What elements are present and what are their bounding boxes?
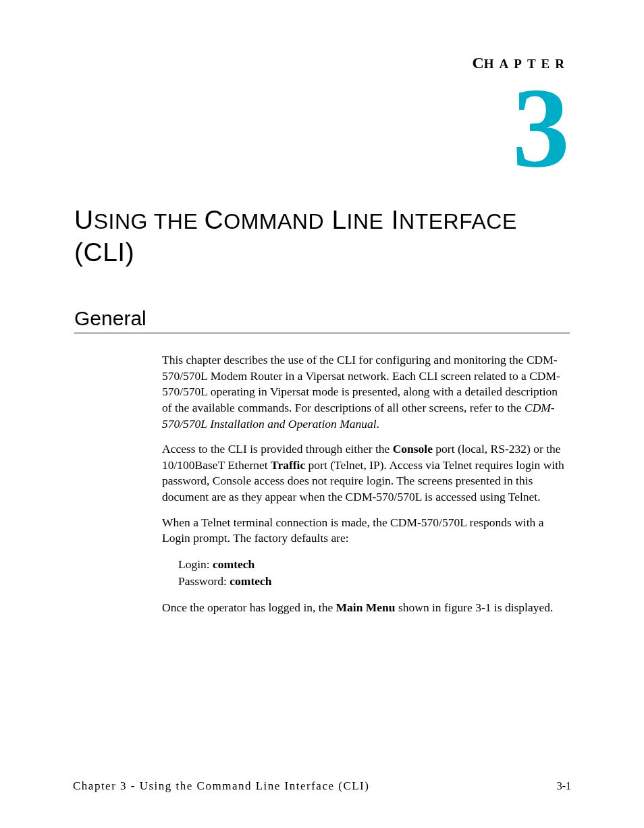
- credentials-block: Login: comtech Password: comtech: [178, 556, 570, 590]
- login-value: comtech: [213, 557, 254, 571]
- title-word-line: LINE: [324, 205, 383, 234]
- paragraph-4: Once the operator has logged in, the Mai…: [162, 600, 570, 616]
- body-content: This chapter describes the use of the CL…: [162, 352, 570, 615]
- paragraph-3: When a Telnet terminal connection is mad…: [162, 515, 570, 547]
- paragraph-1: This chapter describes the use of the CL…: [162, 352, 570, 432]
- title-word-using: USING: [74, 205, 148, 234]
- console-bold: Console: [393, 442, 433, 456]
- section-heading-general: General: [74, 307, 570, 333]
- chapter-label-first: C: [472, 54, 483, 72]
- chapter-label: CHAPTER: [74, 54, 570, 72]
- login-line: Login: comtech: [178, 556, 570, 573]
- title-word-interface: INTERFACE: [383, 205, 516, 234]
- main-menu-bold: Main Menu: [336, 601, 396, 614]
- footer-page-number: 3-1: [557, 780, 571, 792]
- password-line: Password: comtech: [178, 573, 570, 590]
- title-line2: (CLI): [74, 238, 134, 267]
- paragraph-2: Access to the CLI is provided through ei…: [162, 441, 570, 505]
- page-footer: Chapter 3 - Using the Command Line Inter…: [73, 779, 571, 793]
- traffic-bold: Traffic: [271, 458, 305, 472]
- chapter-number: 3: [74, 79, 570, 177]
- password-value: comtech: [230, 574, 271, 588]
- chapter-title: USING THE COMMAND LINE INTERFACE (CLI): [74, 204, 570, 270]
- footer-chapter-label: Chapter 3 - Using the Command Line Inter…: [73, 779, 369, 793]
- title-word-command: COMMAND: [205, 205, 324, 234]
